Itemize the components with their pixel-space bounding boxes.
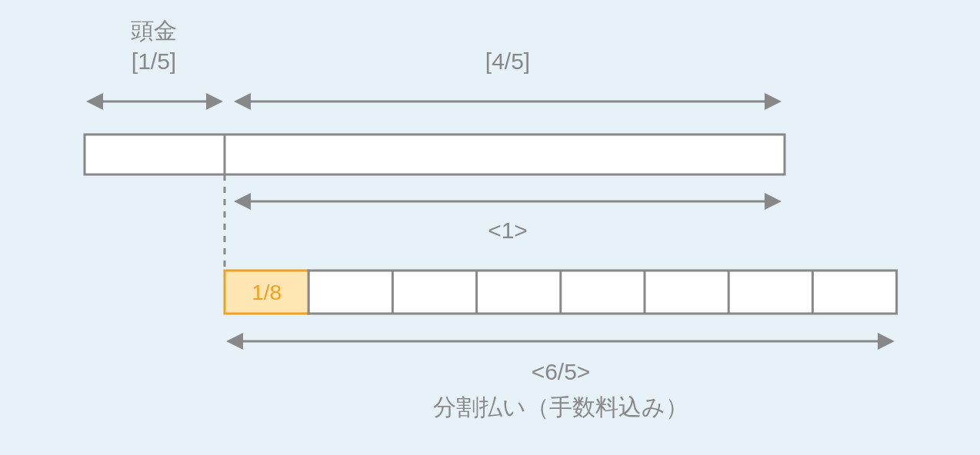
installment-cell-fraction: 1/8 [252, 281, 282, 304]
down-payment-title: 頭金 [131, 18, 177, 43]
top-bar [85, 135, 785, 174]
unit-one-label: <1> [488, 218, 528, 243]
down-payment-label-group: 頭金 [1/5] [131, 18, 177, 74]
svg-marker-16 [226, 333, 243, 350]
installment-cells-rest [308, 271, 896, 314]
installment-total-fraction: <6/5> [532, 359, 591, 384]
arrow-remaining [234, 93, 782, 110]
svg-marker-2 [206, 93, 223, 110]
svg-marker-1 [86, 93, 103, 110]
installment-caption: 分割払い（手数料込み） [433, 394, 688, 420]
remaining-fraction-label: [4/5] [485, 48, 530, 74]
diagram-canvas: 頭金 [1/5] [4/5] <1> 1/8 [0, 0, 980, 455]
svg-marker-8 [765, 193, 782, 210]
down-payment-fraction: [1/5] [132, 48, 176, 74]
arrow-unit-one [234, 193, 782, 210]
arrow-down-payment [86, 93, 223, 110]
bottom-bar [225, 271, 897, 314]
svg-marker-7 [234, 193, 251, 210]
svg-marker-5 [765, 93, 782, 110]
arrow-installment-total [226, 333, 895, 350]
svg-marker-4 [234, 93, 251, 110]
top-bar-rect [85, 135, 785, 174]
svg-marker-17 [878, 333, 895, 350]
